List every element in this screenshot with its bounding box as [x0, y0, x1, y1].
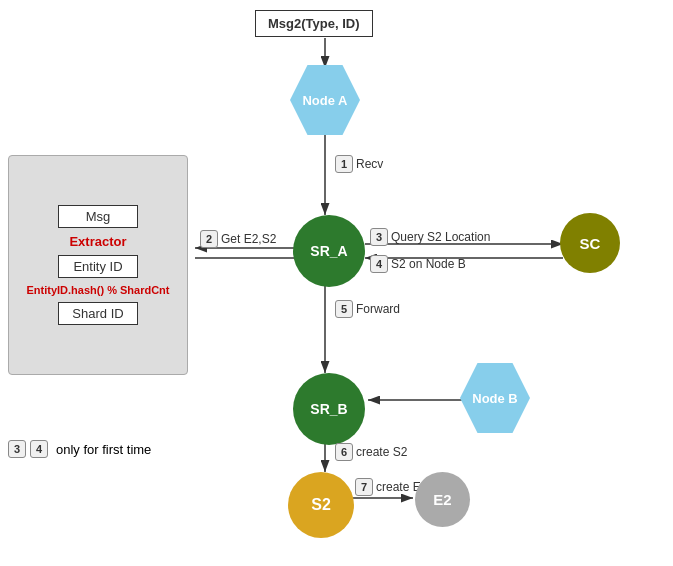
- shard-id-label: Shard ID: [72, 306, 123, 321]
- e2-node: E2: [415, 472, 470, 527]
- sr-a-label: SR_A: [310, 243, 347, 259]
- step3-label: 3 Query S2 Location: [370, 228, 490, 246]
- step6-badge: 6: [335, 443, 353, 461]
- note-badge-3: 3: [8, 440, 26, 458]
- sr-b-node: SR_B: [293, 373, 365, 445]
- sr-b-label: SR_B: [310, 401, 347, 417]
- hash-label: EntityID.hash() % ShardCnt: [18, 284, 177, 296]
- step4-text: S2 on Node B: [391, 257, 466, 271]
- s2-label: S2: [311, 496, 331, 514]
- nodeB-node: Node B: [460, 363, 530, 433]
- step3-text: Query S2 Location: [391, 230, 490, 244]
- nodeA-node: Node A: [290, 65, 360, 135]
- s2-node: S2: [288, 472, 354, 538]
- step5-badge: 5: [335, 300, 353, 318]
- msg2-node: Msg2(Type, ID): [255, 10, 373, 37]
- nodeB-label: Node B: [472, 391, 518, 406]
- msg2-label: Msg2(Type, ID): [268, 16, 360, 31]
- step4-label: 4 S2 on Node B: [370, 255, 466, 273]
- step2-text: Get E2,S2: [221, 232, 276, 246]
- left-panel: Msg Extractor Entity ID EntityID.hash() …: [8, 155, 188, 375]
- step1-label: 1 Recv: [335, 155, 383, 173]
- extractor-label: Extractor: [69, 234, 126, 249]
- step5-text: Forward: [356, 302, 400, 316]
- shard-id-box: Shard ID: [58, 302, 138, 325]
- diagram: Msg2(Type, ID) Node A 1 Recv SR_A 2 Get …: [0, 0, 673, 566]
- msg-box: Msg: [58, 205, 138, 228]
- sc-label: SC: [580, 235, 601, 252]
- msg-label: Msg: [86, 209, 111, 224]
- note-badge-4: 4: [30, 440, 48, 458]
- note-label: 3 4 only for first time: [8, 440, 151, 458]
- sc-node: SC: [560, 213, 620, 273]
- step7-badge: 7: [355, 478, 373, 496]
- step6-text: create S2: [356, 445, 407, 459]
- entity-id-box: Entity ID: [58, 255, 138, 278]
- sr-a-node: SR_A: [293, 215, 365, 287]
- step1-badge: 1: [335, 155, 353, 173]
- step4-badge: 4: [370, 255, 388, 273]
- step6-label: 6 create S2: [335, 443, 407, 461]
- step1-text: Recv: [356, 157, 383, 171]
- e2-label: E2: [433, 491, 451, 508]
- entity-id-label: Entity ID: [73, 259, 122, 274]
- step5-label: 5 Forward: [335, 300, 400, 318]
- nodeA-label: Node A: [302, 93, 347, 108]
- step2-label: 2 Get E2,S2: [200, 230, 276, 248]
- step3-badge: 3: [370, 228, 388, 246]
- step2-badge: 2: [200, 230, 218, 248]
- note-text: only for first time: [56, 442, 151, 457]
